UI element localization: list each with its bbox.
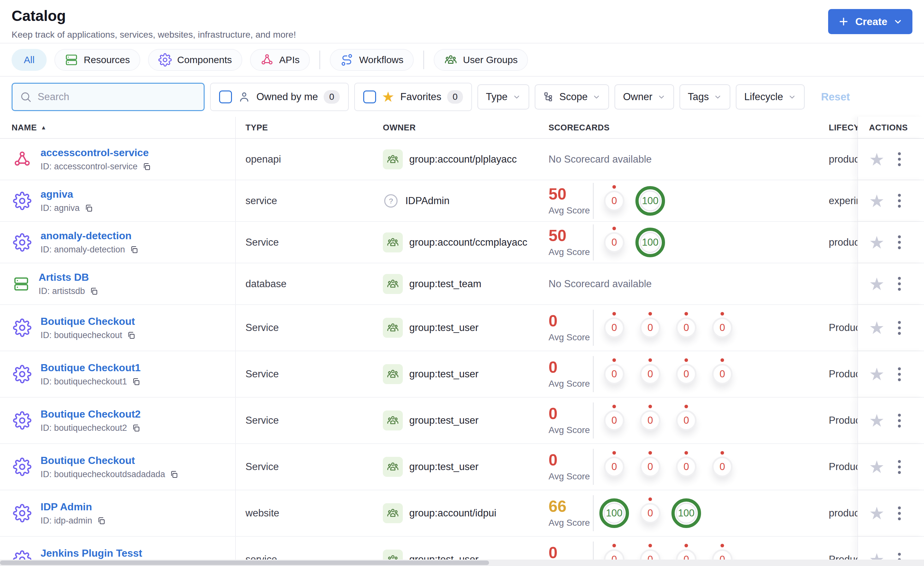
favorites-label: Favorites xyxy=(400,91,441,103)
tab-label: Components xyxy=(177,54,232,65)
entity-type: service xyxy=(246,195,277,207)
favorite-star-button[interactable]: ★ xyxy=(869,412,884,429)
lifecycle-value: experimental xyxy=(829,195,857,207)
tab-apis[interactable]: APIs xyxy=(250,49,310,71)
filter-dropdown-owner[interactable]: Owner xyxy=(615,84,674,110)
entity-name-link[interactable]: anomaly-detection xyxy=(40,230,138,242)
chevron-down-icon xyxy=(592,93,601,101)
tab-workflows[interactable]: Workflows xyxy=(330,49,414,71)
horizontal-scrollbar[interactable] xyxy=(0,560,924,566)
score-divider xyxy=(593,495,594,531)
owned-by-me-checkbox[interactable] xyxy=(219,90,232,103)
score-divider xyxy=(593,402,594,438)
entity-name-link[interactable]: IDP Admin xyxy=(40,501,105,513)
copy-icon[interactable] xyxy=(132,424,140,432)
reset-filters-button[interactable]: Reset xyxy=(819,90,852,103)
avg-score-label: Avg Score xyxy=(549,471,593,482)
row-menu-button[interactable] xyxy=(896,365,903,384)
favorite-star-button[interactable]: ★ xyxy=(869,319,884,336)
copy-icon[interactable] xyxy=(127,331,135,340)
favorite-star-button[interactable]: ★ xyxy=(869,366,884,383)
avg-score-label: Avg Score xyxy=(549,205,593,216)
dropdown-label: Owner xyxy=(623,91,652,103)
row-menu-button[interactable] xyxy=(896,150,903,169)
person-icon xyxy=(238,90,250,103)
avg-score-label: Avg Score xyxy=(549,518,593,528)
row-menu-button[interactable] xyxy=(896,191,903,210)
lifecycle-value: Production xyxy=(829,461,857,473)
gear-icon xyxy=(13,191,32,210)
owned-by-me-label: Owned by me xyxy=(256,91,318,103)
scorecards-cell: No Scorecard available xyxy=(549,139,829,180)
hierarchy-icon xyxy=(543,91,555,103)
entity-name-link[interactable]: Boutique Checkout1 xyxy=(40,362,141,374)
scorecard-score-circle: 0 xyxy=(640,410,660,431)
tab-resources[interactable]: Resources xyxy=(54,49,140,71)
filter-dropdown-lifecycle[interactable]: Lifecycle xyxy=(736,84,805,110)
scorecard-score-circle: 0 xyxy=(604,410,624,431)
copy-icon[interactable] xyxy=(132,377,140,386)
copy-icon[interactable] xyxy=(84,204,93,212)
copy-icon[interactable] xyxy=(142,162,151,171)
row-menu-button[interactable] xyxy=(896,504,903,523)
entity-name-link[interactable]: Jenkins Plugin Tesst xyxy=(40,547,142,559)
avg-score-label: Avg Score xyxy=(549,247,593,257)
copy-icon[interactable] xyxy=(97,516,105,525)
favorites-filter[interactable]: ★ Favorites 0 xyxy=(354,83,472,111)
table-row: agniva ID: agniva service ? IDPAdmin 50A… xyxy=(0,180,924,222)
filter-dropdown-type[interactable]: Type xyxy=(477,84,529,110)
score-divider xyxy=(593,356,594,392)
avg-score-label: Avg Score xyxy=(549,425,593,435)
scorecard-score-circle: 0 xyxy=(712,456,733,477)
row-menu-button[interactable] xyxy=(896,233,903,252)
create-button[interactable]: Create xyxy=(828,9,912,34)
favorite-star-button[interactable]: ★ xyxy=(869,458,884,476)
owned-by-me-filter[interactable]: Owned by me 0 xyxy=(210,83,349,111)
scrollbar-thumb[interactable] xyxy=(0,560,489,565)
search-input[interactable] xyxy=(37,91,196,103)
favorite-star-button[interactable]: ★ xyxy=(869,192,884,209)
favorite-star-button[interactable]: ★ xyxy=(869,275,884,293)
owner-label: group:test_user xyxy=(409,461,478,473)
entity-name-link[interactable]: accesscontrol-service xyxy=(40,147,151,159)
dropdown-label: Tags xyxy=(688,91,709,103)
api-icon xyxy=(13,150,32,169)
filter-dropdown-tags[interactable]: Tags xyxy=(680,84,730,110)
scorecard-score-circle: 0 xyxy=(676,318,696,338)
tab-group-divider xyxy=(423,51,424,69)
entity-name-link[interactable]: Boutique Checkout2 xyxy=(40,408,141,420)
column-header-name[interactable]: NAME ▲ xyxy=(0,117,236,138)
svg-text:?: ? xyxy=(389,197,393,205)
copy-icon[interactable] xyxy=(90,287,98,295)
favorite-star-button[interactable]: ★ xyxy=(869,151,884,168)
row-menu-button[interactable] xyxy=(896,318,903,337)
row-menu-button[interactable] xyxy=(896,411,903,430)
score-divider xyxy=(593,449,594,485)
search-box[interactable] xyxy=(12,83,205,111)
tab-label: APIs xyxy=(279,54,300,65)
entity-name-link[interactable]: agniva xyxy=(40,188,93,200)
tab-components[interactable]: Components xyxy=(148,49,242,71)
avg-score: 50Avg Score xyxy=(549,186,593,216)
favorites-checkbox[interactable] xyxy=(363,90,376,103)
scorecard-score-circle: 0 xyxy=(640,503,660,524)
favorite-star-button[interactable]: ★ xyxy=(869,504,884,522)
copy-icon[interactable] xyxy=(170,470,178,479)
entity-type: database xyxy=(246,278,286,290)
copy-icon[interactable] xyxy=(130,245,138,254)
chevron-down-icon xyxy=(714,93,722,101)
entity-name-link[interactable]: Boutique Checkout xyxy=(40,316,135,327)
avg-score: 66Avg Score xyxy=(549,498,593,528)
entity-name-link[interactable]: Boutique Checkout xyxy=(40,455,178,467)
tab-all[interactable]: All xyxy=(12,49,46,71)
chevron-down-icon xyxy=(513,93,521,101)
tab-user-groups[interactable]: User Groups xyxy=(434,49,528,71)
row-menu-button[interactable] xyxy=(896,274,903,293)
filter-dropdown-scope[interactable]: Scope xyxy=(535,84,609,110)
owner-label: group:account/idpui xyxy=(409,507,496,519)
favorite-star-button[interactable]: ★ xyxy=(869,234,884,251)
scorecards-cell: 0Avg Score000 xyxy=(549,397,829,443)
lifecycle-value: Production xyxy=(829,415,857,426)
row-menu-button[interactable] xyxy=(896,458,903,477)
entity-name-link[interactable]: Artists DB xyxy=(39,271,98,283)
